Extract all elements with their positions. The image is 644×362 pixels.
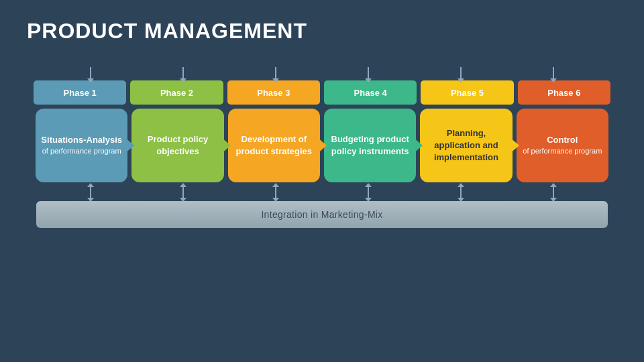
bottom-arrow-3	[235, 186, 316, 198]
bottom-arrow-2	[143, 186, 223, 198]
content-box-3[interactable]: Development of product strategies	[228, 109, 320, 182]
page-title: PRODUCT MANAGEMENT	[0, 0, 644, 44]
bottom-arrow-4	[328, 186, 409, 198]
top-arrows	[34, 67, 610, 79]
phase-header-6[interactable]: Phase 6	[518, 80, 610, 105]
phase-header-4[interactable]: Phase 4	[324, 80, 417, 105]
box-main-6: Control	[523, 134, 602, 146]
content-wrapper-6: Control of performance program	[515, 109, 610, 182]
box-main-1: Situations-Analysis	[41, 134, 122, 146]
content-wrapper-1: Situations-Analysis of performance progr…	[34, 109, 129, 182]
phase-header-2[interactable]: Phase 2	[130, 80, 223, 105]
arrow-right-4	[413, 137, 423, 154]
bottom-arrow-1	[50, 186, 131, 198]
bottom-arrows	[34, 186, 610, 198]
box-sub-1: of performance program	[41, 146, 122, 156]
top-arrow-3	[235, 67, 316, 79]
content-row: Situations-Analysis of performance progr…	[34, 109, 610, 182]
phase-header-3[interactable]: Phase 3	[227, 80, 320, 105]
top-arrow-4	[328, 67, 409, 79]
content-box-5[interactable]: Planning, application and implementation	[420, 109, 512, 182]
box-sub-6: of performance program	[523, 146, 602, 156]
top-arrow-5	[421, 67, 501, 79]
arrow-right-5	[510, 137, 519, 154]
box-main-3: Development of product strategies	[233, 133, 315, 158]
box-main-5: Planning, application and implementation	[425, 127, 506, 164]
arrow-right-2	[221, 137, 231, 154]
content-box-1[interactable]: Situations-Analysis of performance progr…	[36, 109, 127, 182]
phase-header-5[interactable]: Phase 5	[421, 80, 513, 105]
bottom-arrow-6	[513, 186, 594, 198]
content-wrapper-4: Budgeting product policy instruments	[322, 109, 418, 182]
content-box-6[interactable]: Control of performance program	[517, 109, 608, 182]
content-wrapper-5: Planning, application and implementation	[418, 109, 514, 182]
arrow-right-3	[317, 137, 327, 154]
top-arrow-1	[50, 67, 131, 79]
content-box-4[interactable]: Budgeting product policy instruments	[324, 109, 416, 182]
top-arrow-2	[143, 67, 223, 79]
phase-header-1[interactable]: Phase 1	[34, 80, 126, 105]
arrow-right-1	[125, 137, 134, 154]
phases-row: Phase 1 Phase 2 Phase 3 Phase 4 Phase 5 …	[34, 80, 610, 105]
content-wrapper-3: Development of product strategies	[226, 109, 322, 182]
top-arrow-6	[513, 67, 594, 79]
box-main-4: Budgeting product policy instruments	[329, 133, 411, 158]
content-box-2[interactable]: Product policy objectives	[131, 109, 223, 182]
bottom-arrow-5	[421, 186, 501, 198]
content-wrapper-2: Product policy objectives	[129, 109, 225, 182]
integration-bar: Integration in Marketing-Mix	[36, 201, 608, 228]
diagram-container: Phase 1 Phase 2 Phase 3 Phase 4 Phase 5 …	[34, 67, 610, 228]
box-main-2: Product policy objectives	[137, 133, 218, 158]
